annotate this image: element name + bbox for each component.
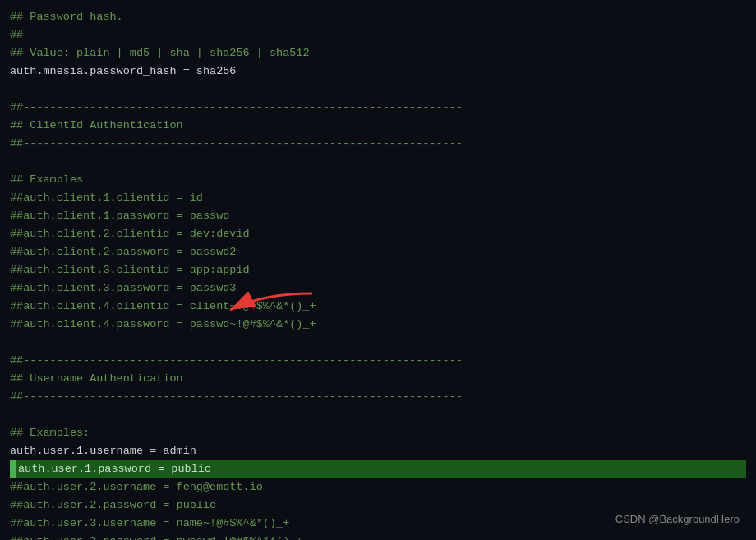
code-line: ## Password hash.: [10, 8, 746, 26]
code-line: [10, 81, 746, 99]
line-content: ## Password hash.: [10, 8, 746, 26]
line-content: ##: [10, 26, 746, 44]
code-line: ##--------------------------------------…: [10, 99, 746, 117]
code-line: auth.user.1.password = public: [10, 460, 746, 478]
code-area: ## Password hash.#### Value: plain | md5…: [0, 8, 756, 540]
code-line: ##auth.client.4.clientid = client~!@#$%^…: [10, 298, 746, 316]
editor-container: ## Password hash.#### Value: plain | md5…: [0, 0, 756, 540]
line-content: ##auth.client.3.clientid = app:appid: [10, 261, 746, 279]
code-line: ##auth.client.2.password = passwd2: [10, 243, 746, 261]
code-line: ## ClientId Authentication: [10, 117, 746, 135]
line-content: ##--------------------------------------…: [10, 135, 746, 153]
code-line: ##--------------------------------------…: [10, 388, 746, 406]
line-content: ##--------------------------------------…: [10, 388, 746, 406]
code-line: ##auth.user.2.password = public: [10, 496, 746, 515]
code-line: ##auth.client.1.clientid = id: [10, 189, 746, 207]
code-line: ##--------------------------------------…: [10, 352, 746, 370]
line-content: ##auth.client.2.clientid = dev:devid: [10, 225, 746, 243]
line-content: ##auth.client.3.password = passwd3: [10, 279, 746, 298]
code-line: ##--------------------------------------…: [10, 135, 746, 153]
line-content: ##--------------------------------------…: [10, 352, 746, 370]
highlight-marker: [10, 460, 16, 478]
code-line: ## Username Authentication: [10, 370, 746, 388]
line-content: ##auth.client.1.password = passwd: [10, 207, 746, 225]
line-content: ##auth.client.4.password = passwd~!@#$%^…: [10, 316, 746, 334]
line-content: ##auth.user.2.username = feng@emqtt.io: [10, 478, 746, 496]
line-content: ##auth.user.3.password = pwsswd~!@#$%^&*…: [10, 533, 746, 540]
line-content: ## Username Authentication: [10, 370, 746, 388]
watermark: CSDN @BackgroundHero: [615, 513, 740, 525]
line-content: ##auth.client.4.clientid = client~!@#$%^…: [10, 298, 746, 316]
code-line: auth.mnesia.password_hash = sha256: [10, 62, 746, 81]
code-line: ## Examples: [10, 171, 746, 189]
code-line: ## Value: plain | md5 | sha | sha256 | s…: [10, 44, 746, 62]
line-content: auth.user.1.username = admin: [10, 442, 746, 460]
line-content: ##auth.user.2.password = public: [10, 496, 746, 515]
code-line: [10, 153, 746, 171]
line-content: ##auth.client.2.password = passwd2: [10, 243, 746, 261]
code-line: [10, 406, 746, 424]
line-content: auth.mnesia.password_hash = sha256: [10, 62, 746, 81]
code-line: [10, 334, 746, 352]
line-content: ## Examples: [10, 171, 746, 189]
line-content: ##auth.client.1.clientid = id: [10, 189, 746, 207]
code-line: ## Examples:: [10, 424, 746, 442]
code-line: ##auth.client.4.password = passwd~!@#$%^…: [10, 316, 746, 334]
code-line: ##auth.client.3.password = passwd3: [10, 279, 746, 298]
code-line: ##auth.client.1.password = passwd: [10, 207, 746, 225]
line-content: ## Value: plain | md5 | sha | sha256 | s…: [10, 44, 746, 62]
line-content: ## Examples:: [10, 424, 746, 442]
code-line: ##: [10, 26, 746, 44]
code-line: ##auth.user.2.username = feng@emqtt.io: [10, 478, 746, 496]
code-line: ##auth.user.3.password = pwsswd~!@#$%^&*…: [10, 533, 746, 540]
code-line: auth.user.1.username = admin: [10, 442, 746, 460]
code-line: ##auth.client.2.clientid = dev:devid: [10, 225, 746, 243]
line-content: auth.user.1.password = public: [18, 460, 746, 478]
line-content: ##--------------------------------------…: [10, 99, 746, 117]
code-line: ##auth.client.3.clientid = app:appid: [10, 261, 746, 279]
line-content: ## ClientId Authentication: [10, 117, 746, 135]
